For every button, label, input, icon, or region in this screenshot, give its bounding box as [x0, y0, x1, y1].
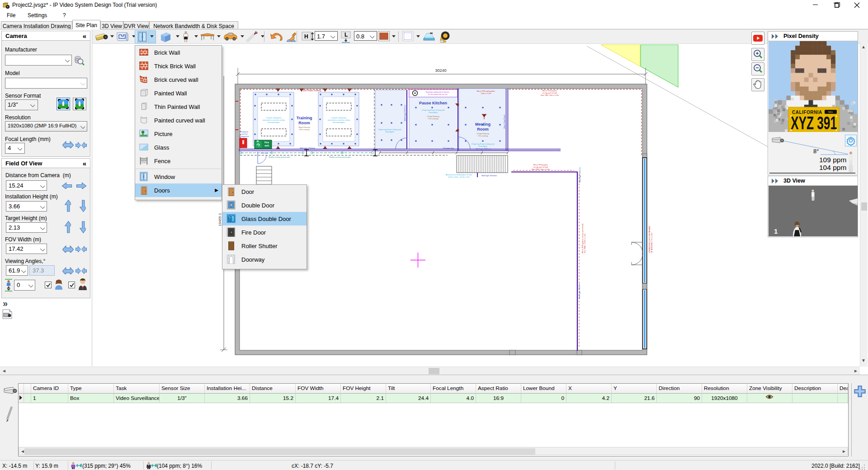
svg-text:Size TBD: 13,8m x 1,2m: Size TBD: 13,8m x 1,2m	[584, 233, 586, 253]
svg-text:Pause Kitchen: Pause Kitchen	[419, 101, 447, 105]
svg-text:H: H	[304, 33, 308, 40]
svg-text:exit: exit	[264, 144, 269, 147]
svg-text:Modify existing balustrades: Modify existing balustrades	[329, 156, 351, 158]
svg-text:3,4m x 1,2m: 3,4m x 1,2m	[481, 92, 491, 94]
svg-text:Downlights: Downlights	[478, 145, 487, 147]
svg-text:Size TBD: 10m x 1,2m: Size TBD: 10m x 1,2m	[541, 94, 559, 96]
svg-text:10m Power trunking: 10m Power trunking	[303, 89, 321, 92]
svg-text:Modify existing balustrades: Modify existing balustrades	[269, 156, 290, 158]
svg-text:with downlights: with downlights	[332, 121, 344, 123]
svg-text:35m existing: 35m existing	[299, 128, 309, 131]
svg-text:Wall hight 3500mm: Wall hight 3500mm	[578, 283, 580, 299]
svg-text:L: L	[344, 32, 348, 38]
svg-text:19455.1: 19455.1	[218, 213, 222, 226]
svg-text:Training: Training	[296, 116, 312, 120]
svg-text:Downlights: Downlights	[385, 131, 394, 133]
svg-text:1: 1	[774, 227, 778, 235]
svg-text:17m existing: 17m existing	[428, 118, 438, 120]
svg-text:with downlights: with downlights	[267, 121, 279, 123]
svg-text:To use prep/cook on site: To use prep/cook on site	[428, 93, 448, 95]
svg-text:Glass View Panel: Glass View Panel	[503, 115, 505, 129]
svg-text:OF BUILDING 7m x 1,2m: OF BUILDING 7m x 1,2m	[651, 232, 653, 253]
svg-text:Extinguisher: Extinguisher	[239, 135, 250, 137]
svg-text:Size TBD: 10m x 1,2m: Size TBD: 10m x 1,2m	[532, 168, 550, 170]
svg-text:XYZ 391: XYZ 391	[791, 113, 837, 132]
svg-text:Wall height 2500mm: Wall height 2500mm	[404, 104, 406, 121]
svg-text:Room: Room	[298, 121, 310, 125]
svg-text:17m existing: 17m existing	[478, 135, 488, 137]
svg-text:Fire Door: Fire Door	[261, 152, 269, 154]
svg-text:Wall hight 3500mm: Wall hight 3500mm	[579, 167, 581, 183]
svg-text:Passage way: Passage way	[443, 147, 454, 149]
svg-text:Downlights: Downlights	[429, 111, 438, 113]
svg-text:Wall hight 3500mm: Wall hight 3500mm	[481, 174, 497, 177]
svg-text:Fire: Fire	[264, 141, 269, 144]
svg-text:Room: Room	[477, 127, 489, 132]
svg-text:(3,2m x 2m) + (2,2m x 2m): (3,2m x 2m) + (2,2m x 2m)	[448, 176, 470, 178]
svg-text:Wall hight 2500mm: Wall hight 2500mm	[300, 147, 316, 149]
svg-text:Meeting: Meeting	[475, 122, 491, 127]
svg-text:30240: 30240	[435, 68, 446, 73]
